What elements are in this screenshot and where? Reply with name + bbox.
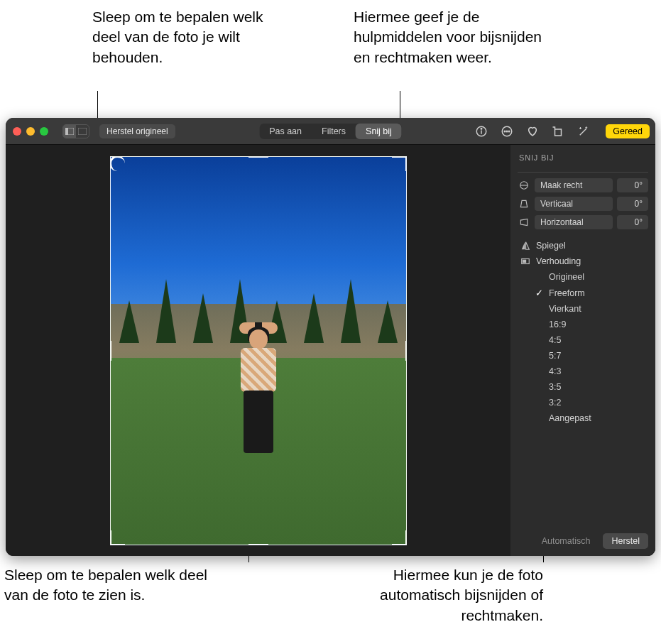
flip-label: Spiegel <box>536 241 566 251</box>
aspect-option-label: Vierkant <box>549 304 581 314</box>
svg-point-9 <box>509 131 510 132</box>
crop-handle-top[interactable] <box>248 156 268 158</box>
aspect-option-label: 4:5 <box>549 335 561 345</box>
panel-title: SNIJ BIJ <box>519 153 648 162</box>
sidebar-visible-icon <box>63 125 76 138</box>
svg-rect-2 <box>78 128 87 135</box>
editor-body: SNIJ BIJ Maak recht 0° Verticaal 0° <box>6 145 655 556</box>
panel-bottom-actions: Automatisch Herstel <box>518 526 648 549</box>
crop-side-panel: SNIJ BIJ Maak recht 0° Verticaal 0° <box>510 145 655 556</box>
crop-handle-bottom[interactable] <box>248 544 268 545</box>
vertical-label: Verticaal <box>535 197 613 211</box>
divider <box>518 172 648 173</box>
callout-visible-area: Sleep om te bepalen welk deel van de fot… <box>4 565 224 606</box>
aspect-option-vierkant[interactable]: Vierkant <box>535 304 648 314</box>
horizontal-perspective-icon <box>518 217 530 227</box>
vertical-value[interactable]: 0° <box>617 197 648 211</box>
crop-handle-top-right[interactable] <box>392 156 407 171</box>
svg-point-7 <box>505 131 506 132</box>
photo-person <box>234 320 283 454</box>
crop-handle-left[interactable] <box>110 341 111 361</box>
crop-rectangle[interactable] <box>110 156 407 545</box>
svg-point-8 <box>507 131 508 132</box>
callout-auto-crop: Hiermee kun je de foto automatisch bijsn… <box>316 565 543 626</box>
aspect-option-label: 4:3 <box>549 366 561 376</box>
aspect-ratio-list: Origineel ✓Freeform Vierkant 16:9 4:5 5:… <box>535 272 648 423</box>
crop-handle-top-left[interactable] <box>110 156 125 171</box>
aspect-option-label: 16:9 <box>549 320 566 329</box>
photos-edit-window: Herstel origineel Pas aan Filters Snij b… <box>6 118 655 556</box>
aspect-option-freeform[interactable]: ✓Freeform <box>535 288 648 298</box>
auto-enhance-wand-icon[interactable] <box>576 124 591 139</box>
titlebar: Herstel origineel Pas aan Filters Snij b… <box>6 118 655 145</box>
callout-crop-tools: Hiermee geef je de hulpmiddelen voor bij… <box>354 7 552 67</box>
edit-mode-segmented: Pas aan Filters Snij bij <box>259 124 402 139</box>
aspect-option-3-5[interactable]: 3:5 <box>535 382 648 392</box>
more-icon[interactable] <box>499 124 515 139</box>
titlebar-right-tools: Gereed <box>474 124 650 139</box>
straighten-row[interactable]: Maak recht 0° <box>518 178 648 192</box>
aspect-option-16-9[interactable]: 16:9 <box>535 320 648 329</box>
sidebar-view-toggle[interactable] <box>62 124 89 138</box>
crop-handle-bottom-right[interactable] <box>392 530 407 545</box>
sidebar-hidden-icon <box>76 125 89 138</box>
aspect-option-label: 3:2 <box>549 398 561 408</box>
window-controls <box>13 127 48 136</box>
canvas-area[interactable] <box>6 145 510 556</box>
horizontal-value[interactable]: 0° <box>617 215 648 229</box>
aspect-ratio-icon <box>519 256 532 266</box>
aspect-option-4-5[interactable]: 4:5 <box>535 335 648 345</box>
aspect-option-label: 3:5 <box>549 382 561 392</box>
reset-crop-button[interactable]: Herstel <box>603 533 648 549</box>
vertical-perspective-row[interactable]: Verticaal 0° <box>518 197 648 211</box>
straighten-value[interactable]: 0° <box>617 178 648 192</box>
vertical-perspective-icon <box>518 199 530 209</box>
flip-button[interactable]: Spiegel <box>518 238 648 253</box>
aspect-option-origineel[interactable]: Origineel <box>535 272 648 282</box>
aspect-option-aangepast[interactable]: Aangepast <box>535 413 648 423</box>
aspect-option-5-7[interactable]: 5:7 <box>535 351 648 361</box>
tab-filters[interactable]: Filters <box>312 124 356 139</box>
crop-handle-right[interactable] <box>405 341 407 361</box>
favorite-heart-icon[interactable] <box>525 124 540 139</box>
aspect-option-label: Aangepast <box>549 413 591 423</box>
tab-crop[interactable]: Snij bij <box>356 124 402 139</box>
aspect-option-label: Origineel <box>549 272 584 282</box>
callout-crop-handle: Sleep om te bepalen welk deel van de fot… <box>92 7 291 67</box>
tab-adjust[interactable]: Pas aan <box>259 124 312 139</box>
straighten-dial-icon <box>518 180 530 190</box>
check-icon: ✓ <box>535 288 543 298</box>
revert-original-button[interactable]: Herstel origineel <box>99 124 175 138</box>
zoom-window-button[interactable] <box>40 127 48 136</box>
close-window-button[interactable] <box>13 127 21 136</box>
straighten-label: Maak recht <box>535 178 613 192</box>
svg-rect-10 <box>555 129 562 136</box>
flip-icon <box>519 241 532 251</box>
done-button[interactable]: Gereed <box>606 124 650 138</box>
aspect-ratio-header[interactable]: Verhouding <box>518 253 648 269</box>
horizontal-label: Horizontaal <box>535 215 613 229</box>
aspect-option-4-3[interactable]: 4:3 <box>535 366 648 376</box>
aspect-option-label: 5:7 <box>549 351 561 361</box>
aspect-option-3-2[interactable]: 3:2 <box>535 398 648 408</box>
info-icon[interactable] <box>474 124 489 139</box>
minimize-window-button[interactable] <box>26 127 35 136</box>
svg-point-5 <box>481 128 483 129</box>
aspect-option-label: Freeform <box>549 288 585 298</box>
aspect-ratio-label: Verhouding <box>536 256 581 266</box>
svg-rect-14 <box>523 260 526 263</box>
svg-rect-1 <box>65 128 68 135</box>
horizontal-perspective-row[interactable]: Horizontaal 0° <box>518 215 648 229</box>
crop-handle-bottom-left[interactable] <box>110 530 125 545</box>
rotate-icon[interactable] <box>550 124 566 139</box>
auto-crop-button[interactable]: Automatisch <box>535 533 598 549</box>
